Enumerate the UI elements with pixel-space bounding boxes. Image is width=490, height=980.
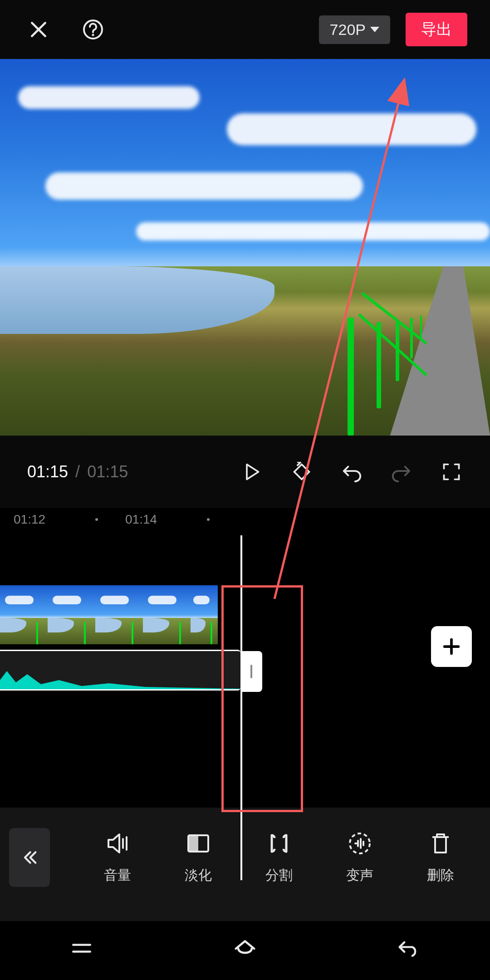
chevron-down-icon — [370, 27, 379, 32]
help-icon — [82, 19, 104, 40]
audio-waveform — [0, 669, 240, 689]
ruler-mark: 01:14 — [125, 512, 180, 527]
delete-icon — [428, 831, 453, 856]
clip-thumbnail[interactable] — [0, 585, 48, 644]
resolution-selector[interactable]: 720P — [319, 15, 390, 44]
toolbar-back-button[interactable] — [9, 828, 50, 887]
export-label: 导出 — [421, 20, 452, 38]
timeline-area[interactable]: 01:12 01:14 — [0, 508, 490, 808]
tool-split[interactable]: 分割 — [239, 831, 319, 885]
keyframe-button[interactable]: + — [290, 461, 313, 483]
edit-toolbar: 音量 淡化 分割 变声 删除 — [0, 808, 490, 921]
clip-thumbnail[interactable] — [48, 585, 95, 644]
system-navbar — [0, 921, 490, 980]
tool-voice-change[interactable]: 变声 — [319, 831, 400, 885]
close-icon — [29, 20, 49, 39]
add-clip-button[interactable] — [431, 626, 472, 667]
undo-button[interactable] — [340, 461, 363, 483]
audio-clip-track[interactable] — [0, 650, 240, 691]
time-display: 01:15 / 01:15 — [27, 462, 128, 481]
volume-icon — [105, 831, 130, 856]
help-button[interactable] — [82, 18, 104, 41]
clip-thumbnail[interactable] — [191, 585, 218, 644]
tool-label: 音量 — [104, 866, 131, 885]
clip-thumbnail[interactable] — [143, 585, 191, 644]
play-button[interactable] — [240, 461, 263, 483]
total-duration: 01:15 — [87, 462, 128, 481]
editor-header: 720P 导出 — [0, 0, 490, 59]
tool-label: 淡化 — [185, 866, 212, 885]
back-icon — [395, 938, 422, 958]
close-button[interactable] — [27, 18, 50, 41]
svg-text:+: + — [297, 462, 302, 467]
tool-delete[interactable]: 删除 — [400, 831, 481, 885]
audio-clip-handle[interactable] — [240, 651, 262, 692]
timeline-ruler: 01:12 01:14 — [0, 508, 490, 531]
fullscreen-button[interactable] — [440, 461, 463, 483]
voice-change-icon — [347, 831, 372, 856]
ruler-dot — [207, 518, 210, 521]
tool-fade[interactable]: 淡化 — [158, 831, 239, 885]
keyframe-icon: + — [292, 462, 312, 482]
svg-point-1 — [92, 34, 94, 36]
home-icon — [231, 938, 259, 959]
redo-icon — [391, 461, 412, 482]
video-clip-track[interactable] — [0, 585, 490, 644]
redo-button[interactable] — [390, 461, 413, 483]
tool-volume[interactable]: 音量 — [77, 831, 158, 885]
playhead[interactable] — [240, 535, 242, 880]
fade-icon — [186, 831, 211, 856]
nav-back-button[interactable] — [392, 937, 424, 960]
video-preview[interactable] — [0, 59, 490, 436]
menu-icon — [69, 939, 94, 957]
ruler-dot — [95, 518, 98, 521]
time-separator: / — [75, 462, 80, 481]
resolution-label: 720P — [330, 21, 366, 39]
tool-label: 分割 — [265, 866, 293, 885]
chevron-left-double-icon — [20, 848, 39, 867]
nav-menu-button[interactable] — [66, 937, 98, 960]
tool-label: 变声 — [346, 866, 373, 885]
undo-icon — [341, 461, 362, 482]
current-time: 01:15 — [27, 462, 68, 481]
play-icon — [242, 462, 262, 482]
svg-rect-6 — [188, 835, 198, 852]
split-icon — [266, 831, 292, 856]
plus-icon — [441, 636, 462, 657]
nav-home-button[interactable] — [229, 937, 261, 960]
playback-controls: 01:15 / 01:15 + — [0, 436, 490, 508]
export-button[interactable]: 导出 — [406, 13, 467, 46]
clip-thumbnail[interactable] — [95, 585, 143, 644]
fullscreen-icon — [441, 462, 461, 482]
tool-label: 删除 — [427, 866, 454, 885]
ruler-mark: 01:12 — [14, 512, 68, 527]
